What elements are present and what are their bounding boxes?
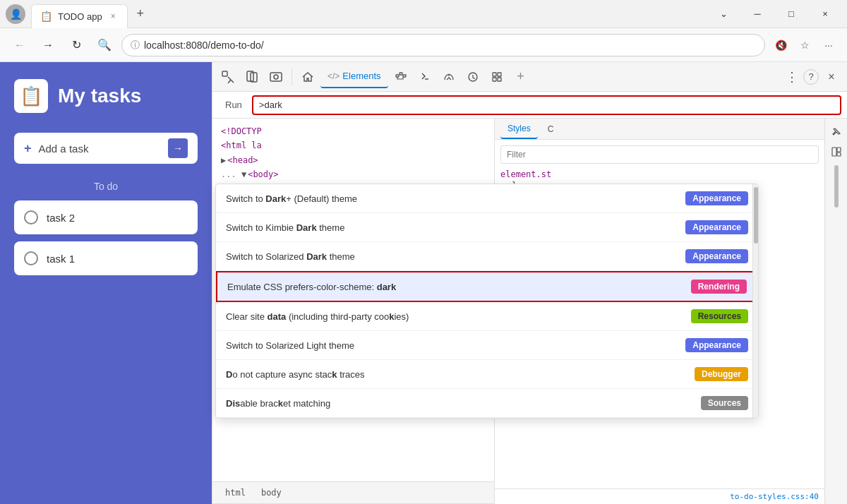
profile-icon: 👤 [10, 8, 22, 20]
task-item-1[interactable]: task 1 [14, 241, 198, 275]
css-source-link[interactable]: to-do-styles.css:40 [730, 492, 819, 501]
svg-rect-3 [270, 73, 282, 81]
sources-panel-tool[interactable] [414, 66, 436, 88]
run-button[interactable]: Run [218, 97, 249, 113]
address-text: localhost:8080/demo-to-do/ [144, 40, 756, 51]
network-tool[interactable] [390, 66, 412, 88]
maximize-button[interactable]: □ [775, 4, 807, 24]
toolbar-divider [292, 68, 292, 85]
home-tool[interactable] [296, 66, 319, 88]
memory-tool[interactable] [462, 66, 484, 88]
svg-rect-6 [400, 73, 402, 75]
command-bar: Run [212, 92, 847, 119]
address-bar-input[interactable]: ⓘ localhost:8080/demo-to-do/ [121, 34, 765, 56]
inspect-element-tool[interactable] [217, 66, 239, 88]
performance-tool[interactable] [438, 66, 460, 88]
browser-more-button[interactable]: ··· [819, 35, 839, 55]
suggestion-badge: Appearance [685, 338, 748, 352]
suggestion-item-bracket-matching[interactable]: Disable bracket matching Sources [216, 389, 758, 418]
suggestion-badge: Appearance [685, 249, 748, 263]
svg-rect-15 [837, 152, 841, 156]
svg-rect-11 [493, 78, 496, 81]
chevron-down-button[interactable]: ⌄ [707, 4, 740, 24]
back-button[interactable]: ← [8, 34, 31, 56]
suggestion-item-clear-data[interactable]: Clear site data (including third-party c… [216, 302, 758, 331]
breadcrumb-body[interactable]: body [254, 483, 289, 503]
app-logo-icon: 📋 [20, 85, 42, 107]
new-tab-button[interactable]: + [131, 4, 150, 24]
task-checkbox-1[interactable] [24, 251, 38, 265]
css-selector: element.st [500, 169, 819, 179]
add-task-arrow-icon: → [168, 138, 188, 158]
scrollbar-thumb [754, 187, 758, 244]
add-task-label: Add a task [39, 143, 161, 155]
suggestion-text: Clear site data (including third-party c… [226, 311, 684, 322]
minimize-button[interactable]: ─ [741, 4, 774, 24]
svg-rect-9 [493, 73, 496, 76]
svg-rect-0 [222, 71, 227, 76]
code-line: ... ▼<body> [221, 167, 486, 181]
suggestion-badge: Sources [701, 396, 748, 410]
devtools-toolbar: </> Elements + [212, 62, 847, 92]
suggestion-item-solarized-dark[interactable]: Switch to Solarized Dark theme Appearanc… [216, 242, 758, 271]
svg-rect-10 [498, 73, 501, 76]
suggestion-item-no-async-traces[interactable]: Do not capture async stack traces Debugg… [216, 360, 758, 389]
breadcrumb-html[interactable]: html [218, 483, 253, 503]
svg-rect-14 [837, 148, 841, 152]
suggestion-badge: Appearance [685, 191, 748, 205]
device-emulation-tool[interactable] [241, 66, 263, 88]
screenshot-tool[interactable] [265, 66, 287, 88]
suggestion-item-solarized-light[interactable]: Switch to Solarized Light theme Appearan… [216, 331, 758, 360]
app-panel: 📋 My tasks + Add a task → To do task 2 t… [0, 62, 212, 504]
audio-icon[interactable]: 🔇 [771, 35, 791, 55]
command-input[interactable] [252, 95, 841, 115]
task-item-2[interactable]: task 2 [14, 200, 198, 234]
tab-elements[interactable]: </> Elements [320, 66, 388, 88]
profile-avatar[interactable]: 👤 [6, 4, 25, 24]
close-window-button[interactable]: × [809, 4, 841, 24]
app-title: My tasks [58, 85, 141, 107]
svg-rect-13 [832, 148, 836, 156]
computed-tab[interactable]: C [541, 119, 561, 139]
suggestion-item-emulate-dark[interactable]: Emulate CSS prefers-color-scheme: dark R… [216, 271, 758, 302]
side-layout-icon[interactable] [827, 143, 846, 161]
suggestion-text: Switch to Solarized Light theme [226, 340, 678, 351]
svg-rect-5 [396, 75, 399, 77]
panel-scrollbar[interactable] [834, 165, 839, 500]
devtools-more-button[interactable]: ⋮ [782, 67, 802, 87]
window-controls: ⌄ ─ □ × [707, 4, 841, 24]
add-task-row[interactable]: + Add a task → [14, 133, 198, 164]
suggestion-item-dark-plus[interactable]: Switch to Dark+ (Default) theme Appearan… [216, 184, 758, 213]
application-tool[interactable] [486, 66, 508, 88]
dropdown-scrollbar[interactable] [752, 184, 758, 418]
search-button[interactable]: 🔍 [93, 34, 116, 56]
code-line: <html la [221, 138, 486, 152]
devtools-help-button[interactable]: ? [803, 69, 819, 85]
code-line: ▶<head> [221, 153, 486, 167]
app-header: 📋 My tasks [14, 79, 198, 113]
devtools-close-button[interactable]: × [820, 66, 843, 88]
forward-button[interactable]: → [37, 34, 59, 56]
side-pin-icon[interactable] [827, 123, 846, 141]
add-tool-button[interactable]: + [510, 66, 532, 88]
suggestion-item-kimbie-dark[interactable]: Switch to Kimbie Dark theme Appearance [216, 213, 758, 242]
refresh-button[interactable]: ↻ [65, 34, 88, 56]
suggestion-text: Disable bracket matching [226, 398, 694, 409]
styles-tab[interactable]: Styles [500, 119, 538, 139]
tab-close-button[interactable]: × [108, 10, 119, 23]
styles-tabs-bar: Styles C [495, 119, 824, 140]
info-icon: ⓘ [131, 39, 140, 52]
svg-point-4 [274, 75, 278, 79]
suggestion-badge: Resources [691, 309, 748, 323]
app-logo: 📋 [14, 79, 48, 113]
css-source-link-bar: to-do-styles.css:40 [495, 488, 824, 504]
favorites-icon[interactable]: ☆ [795, 35, 815, 55]
svg-rect-12 [498, 78, 501, 81]
styles-filter-input[interactable] [500, 145, 819, 164]
add-task-plus-icon: + [24, 141, 32, 156]
task-checkbox-2[interactable] [24, 210, 38, 224]
elements-tab-label: Elements [342, 71, 380, 81]
suggestion-text: Do not capture async stack traces [226, 369, 687, 380]
tab-icon: 📋 [40, 11, 52, 22]
browser-tab[interactable]: 📋 TODO app × [31, 4, 128, 28]
